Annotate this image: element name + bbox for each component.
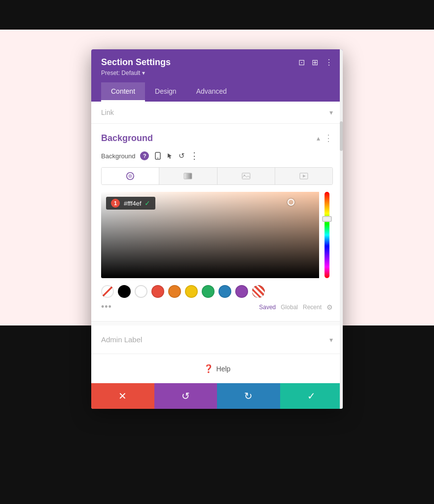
swatch-orange[interactable]	[168, 285, 181, 298]
color-settings-icon[interactable]: ⚙	[326, 303, 333, 311]
admin-label-chevron-icon: ▾	[329, 336, 333, 344]
filter-global[interactable]: Global	[281, 304, 298, 311]
link-label: Link	[101, 108, 114, 116]
bg-type-color[interactable]	[102, 168, 159, 184]
modal-preset[interactable]: Preset: Default ▾	[101, 70, 333, 76]
tab-design[interactable]: Design	[145, 82, 186, 102]
modal-header: Section Settings ⊡ ⊞ ⋮ Preset: Default ▾…	[91, 49, 343, 102]
link-section[interactable]: Link ▾	[91, 102, 343, 124]
undo-button[interactable]: ↺	[154, 383, 217, 409]
hue-slider[interactable]	[325, 192, 329, 278]
undo-icon: ↺	[181, 390, 190, 402]
background-title: Background	[101, 133, 153, 144]
background-type-tabs	[101, 167, 333, 185]
cancel-icon: ✕	[118, 390, 127, 402]
color-gradient-main[interactable]: 1 #fff4ef ✓	[101, 192, 319, 278]
hue-thumb[interactable]	[322, 216, 332, 222]
svg-rect-3	[242, 173, 250, 179]
color-swatches	[101, 285, 333, 298]
redo-icon: ↻	[244, 390, 253, 402]
color-filter-row: ••• Saved Global Recent ⚙	[101, 302, 333, 312]
swatch-green[interactable]	[202, 285, 215, 298]
bg-type-image[interactable]	[217, 168, 275, 184]
swatch-striped[interactable]	[252, 285, 265, 298]
color-picker[interactable]: 1 #fff4ef ✓	[101, 192, 333, 278]
color-canvas: 1 #fff4ef ✓	[101, 192, 333, 278]
svg-rect-2	[184, 173, 192, 179]
scrollbar-thumb[interactable]	[340, 121, 343, 151]
background-label: Background	[101, 152, 135, 160]
layout-icon[interactable]: ⊞	[312, 58, 318, 67]
help-circle-icon[interactable]: ❓	[204, 364, 214, 373]
modal-body: Link ▾ Background ▴ ⋮ Background ?	[91, 102, 343, 383]
bg-type-video[interactable]	[275, 168, 332, 184]
background-title-row: Background ▴ ⋮	[101, 133, 333, 144]
save-button[interactable]: ✓	[280, 383, 343, 409]
link-chevron-icon: ▾	[329, 108, 333, 116]
background-cursor-icon[interactable]	[167, 152, 174, 159]
help-text: Help	[217, 365, 231, 373]
bg-type-gradient[interactable]	[159, 168, 217, 184]
background-controls-row: Background ? ↺ ⋮	[101, 150, 333, 161]
modal-header-icons: ⊡ ⊞ ⋮	[298, 58, 333, 67]
background-more-icon[interactable]: ⋮	[324, 133, 333, 144]
background-section: Background ▴ ⋮ Background ? ↺ ⋮	[91, 124, 343, 322]
help-row: ❓ Help	[91, 354, 343, 383]
background-options-icon[interactable]: ⋮	[190, 150, 199, 161]
svg-point-1	[157, 158, 158, 159]
expand-icon[interactable]: ⊡	[298, 58, 305, 67]
spacer	[91, 322, 343, 325]
cancel-button[interactable]: ✕	[91, 383, 154, 409]
modal-title: Section Settings	[101, 57, 171, 68]
swatch-yellow[interactable]	[185, 285, 198, 298]
swatch-number: 1	[111, 199, 120, 208]
swatch-red[interactable]	[151, 285, 164, 298]
modal-tabs: Content Design Advanced	[101, 82, 333, 102]
modal-footer: ✕ ↺ ↻ ✓	[91, 383, 343, 409]
save-icon: ✓	[307, 390, 316, 402]
more-colors-btn[interactable]: •••	[101, 302, 112, 312]
background-title-icons: ▴ ⋮	[317, 133, 333, 144]
more-icon[interactable]: ⋮	[325, 58, 333, 67]
swatch-purple[interactable]	[235, 285, 248, 298]
swatch-blue[interactable]	[218, 285, 231, 298]
background-mobile-icon[interactable]	[154, 152, 162, 160]
background-chevron-up-icon[interactable]: ▴	[317, 134, 320, 142]
tab-advanced[interactable]: Advanced	[186, 82, 237, 102]
background-reset-icon[interactable]: ↺	[179, 151, 185, 160]
color-hex-badge: 1 #fff4ef ✓	[106, 197, 155, 210]
modal-title-row: Section Settings ⊡ ⊞ ⋮	[101, 57, 333, 68]
hue-slider-container	[321, 192, 333, 278]
redo-button[interactable]: ↻	[217, 383, 280, 409]
swatch-black[interactable]	[118, 285, 131, 298]
filter-saved[interactable]: Saved	[259, 304, 276, 311]
section-settings-modal: Section Settings ⊡ ⊞ ⋮ Preset: Default ▾…	[91, 49, 343, 409]
hex-value: #fff4ef	[124, 200, 142, 207]
scrollbar-track[interactable]	[340, 49, 343, 409]
swatch-transparent[interactable]	[101, 285, 114, 298]
tab-content[interactable]: Content	[101, 82, 145, 102]
admin-label-text: Admin Label	[101, 335, 142, 344]
background-help-icon[interactable]: ?	[140, 151, 149, 160]
hex-confirm-icon[interactable]: ✓	[145, 199, 150, 207]
filter-recent[interactable]: Recent	[303, 304, 322, 311]
swatch-white[interactable]	[135, 285, 147, 298]
picker-circle[interactable]	[288, 199, 294, 206]
filter-tabs: Saved Global Recent ⚙	[259, 303, 333, 311]
admin-label-section[interactable]: Admin Label ▾	[91, 325, 343, 354]
svg-marker-6	[303, 175, 306, 178]
